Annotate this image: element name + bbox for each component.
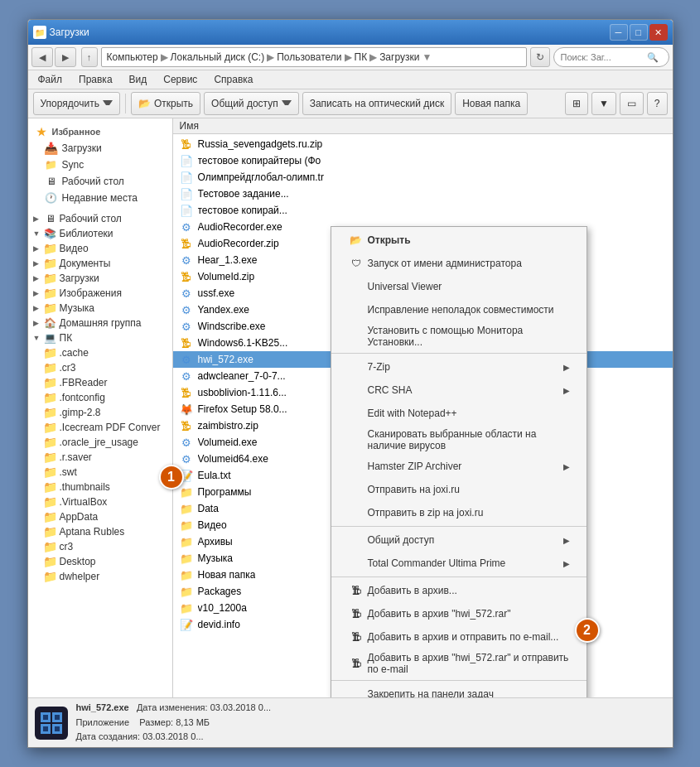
breadcrumb-part: ПК <box>355 51 368 63</box>
sidebar-tree-homegroup[interactable]: ▶ 🏠 Домашняя группа <box>28 316 172 330</box>
folder-icon: 📁 <box>44 480 57 494</box>
sidebar-tree-cr3[interactable]: 📁 .cr3 <box>28 360 172 375</box>
sidebar-tree-virtualbox[interactable]: 📁 .VirtualBox <box>28 494 172 509</box>
ctx-scan-virus[interactable]: Сканировать выбранные области на наличие… <box>331 425 587 455</box>
ctx-run-as-admin[interactable]: 🛡 Запуск от имени администратора <box>331 252 587 275</box>
minimize-button[interactable]: ─ <box>610 24 628 41</box>
burn-button[interactable]: Записать на оптический диск <box>302 92 452 115</box>
up-button[interactable]: ↑ <box>81 47 98 67</box>
sidebar-tree-cache[interactable]: 📁 .cache <box>28 345 172 360</box>
sidebar-tree-label: Библиотеки <box>60 228 113 239</box>
status-modified-value: 03.03.2018 0... <box>210 702 271 712</box>
view-button[interactable]: ⊞ <box>565 92 588 115</box>
ctx-pin-taskbar[interactable]: Закрепить на панели задач <box>331 683 587 697</box>
sidebar-tree-music[interactable]: ▶ 📁 Музыка <box>28 301 172 316</box>
folder-icon: 📁 <box>44 510 57 523</box>
share-button[interactable]: Общий доступ <box>204 92 299 115</box>
ctx-7zip[interactable]: 7-Zip ▶ <box>331 355 587 379</box>
view-dropdown-button[interactable]: ▼ <box>591 92 616 115</box>
open-button[interactable]: 📂 Открыть <box>131 92 200 115</box>
menu-help[interactable]: Справка <box>210 72 256 87</box>
ctx-crcsha[interactable]: CRC SHA ▶ <box>331 379 587 402</box>
sidebar-tree-appdata[interactable]: 📁 AppData <box>28 509 172 524</box>
ctx-universal-viewer[interactable]: Universal Viewer <box>331 275 587 298</box>
ctx-add-archive[interactable]: 🗜 Добавить в архив... <box>331 579 587 602</box>
organize-button[interactable]: Упорядочить <box>33 92 120 115</box>
file-item[interactable]: 📄 тестовое копирай... <box>173 202 673 219</box>
sidebar-item-downloads[interactable]: 📥 Загрузки <box>28 140 172 157</box>
sidebar-tree-desktop[interactable]: ▶ 🖥 Рабочий стол <box>28 211 172 226</box>
title-bar-left: 📁 Загрузки <box>33 26 89 39</box>
folder-icon: 📁 <box>180 552 193 565</box>
sidebar-tree-video[interactable]: ▶ 📁 Видео <box>28 241 172 256</box>
sidebar-tree-fbreader[interactable]: 📁 .FBReader <box>28 375 172 390</box>
sidebar-tree-label: .r.saver <box>60 451 92 463</box>
sidebar-tree-downloads2[interactable]: ▶ 📁 Загрузки <box>28 271 172 286</box>
back-button[interactable]: ◀ <box>31 47 53 67</box>
sidebar-item-desktop[interactable]: 🖥 Рабочий стол <box>28 173 172 190</box>
sidebar-tree-icecream[interactable]: 📁 .Icecream PDF Conver <box>28 420 172 435</box>
forward-button[interactable]: ▶ <box>55 47 76 67</box>
sidebar-item-recent[interactable]: 🕐 Недавние места <box>28 190 172 206</box>
sidebar-tree-thumbnails[interactable]: 📁 .thumbnails <box>28 480 172 494</box>
ctx-install-monitor[interactable]: Установить с помощью Монитора Установки.… <box>331 321 587 351</box>
file-name: v10_1200a <box>198 602 247 614</box>
sidebar-tree-pc[interactable]: ▼ 💻 ПК <box>28 330 172 345</box>
new-folder-button[interactable]: Новая папка <box>455 92 528 115</box>
sidebar-tree-libraries[interactable]: ▼ 📚 Библиотеки <box>28 226 172 241</box>
help-button[interactable]: ? <box>647 92 668 115</box>
menu-file[interactable]: Файл <box>35 72 66 87</box>
ctx-send-joxi[interactable]: Отправить на joxi.ru <box>331 478 587 501</box>
sidebar-tree-swt[interactable]: 📁 .swt <box>28 465 172 480</box>
status-created-value: 03.03.2018 0... <box>142 731 203 741</box>
sidebar-tree-label: AppData <box>60 511 99 523</box>
refresh-button[interactable]: ↻ <box>530 47 550 67</box>
sidebar-tree-label: Документы <box>60 258 111 269</box>
file-name: Видео <box>198 519 227 531</box>
ctx-compatibility[interactable]: Исправление неполадок совместимости <box>331 298 587 321</box>
toolbar: Упорядочить 📂 Открыть Общий доступ Запис… <box>28 89 673 118</box>
ctx-hamster[interactable]: Hamster ZIP Archiver ▶ <box>331 455 587 478</box>
ctx-add-email[interactable]: 🗜 Добавить в архив и отправить по e-mail… <box>331 625 587 649</box>
ctx-add-rar-email[interactable]: 🗜 Добавить в архив "hwi_572.rar" и отпра… <box>331 649 587 678</box>
sidebar-tree-label: Изображения <box>60 287 122 299</box>
sidebar-tree-images[interactable]: ▶ 📁 Изображения <box>28 286 172 301</box>
sidebar-tree-gimp[interactable]: 📁 .gimp-2.8 <box>28 405 172 420</box>
sidebar-tree-oracle[interactable]: 📁 .oracle_jre_usage <box>28 435 172 450</box>
address-breadcrumb[interactable]: Компьютер ▶ Локальный диск (C:) ▶ Пользо… <box>101 47 527 67</box>
pane-button[interactable]: ▭ <box>620 92 644 115</box>
submenu-arrow: ▶ <box>563 386 570 395</box>
ctx-total-commander[interactable]: Total Commander Ultima Prime ▶ <box>331 552 587 575</box>
sidebar-tree-docs[interactable]: ▶ 📁 Документы <box>28 256 172 271</box>
sidebar-tree-desktop2[interactable]: 📁 Desktop <box>28 554 172 569</box>
menu-tools[interactable]: Сервис <box>160 72 200 87</box>
file-item[interactable]: 🗜 Russia_sevengadgets.ru.zip <box>173 136 673 152</box>
sidebar-tree-label: ПК <box>60 332 73 344</box>
sidebar-tree-rsaver[interactable]: 📁 .r.saver <box>28 450 172 465</box>
close-button[interactable]: ✕ <box>649 24 668 41</box>
sidebar-item-sync[interactable]: 📁 Sync <box>28 157 172 173</box>
sidebar-tree-dwhelper[interactable]: 📁 dwhelper <box>28 569 172 584</box>
ctx-add-rar[interactable]: 🗜 Добавить в архив "hwi_572.rar" <box>331 602 587 625</box>
file-item[interactable]: 📄 тестовое копирайтеры (Фо <box>173 152 673 169</box>
breadcrumb-part: Загрузки <box>379 51 419 63</box>
maximize-button[interactable]: □ <box>630 24 648 41</box>
exe-icon: ⚙ <box>180 287 193 300</box>
folder-icon: 📁 <box>44 391 57 404</box>
ctx-share[interactable]: Общий доступ ▶ <box>331 528 587 552</box>
sidebar-favorites-header: ★ Избранное <box>28 123 172 140</box>
sidebar-tree-cr3-2[interactable]: 📁 cr3 <box>28 539 172 554</box>
search-box[interactable]: 🔍 <box>553 47 669 67</box>
menu-edit[interactable]: Правка <box>75 72 116 87</box>
submenu-arrow: ▶ <box>563 462 570 471</box>
ctx-send-zip-joxi[interactable]: Отправить в zip на joxi.ru <box>331 501 587 524</box>
file-item[interactable]: 📄 Олимпрейдглобал-олимп.tr <box>173 169 673 186</box>
menu-view[interactable]: Вид <box>126 72 151 87</box>
sidebar-tree-aptana[interactable]: 📁 Aptana Rubles <box>28 524 172 539</box>
ctx-open[interactable]: 📂 Открыть <box>331 229 587 252</box>
file-item[interactable]: 📄 Тестовое задание... <box>173 186 673 202</box>
sidebar-tree-fontconfig[interactable]: 📁 .fontconfig <box>28 390 172 405</box>
search-input[interactable] <box>561 52 644 62</box>
svg-rect-4 <box>43 715 48 720</box>
ctx-notepad[interactable]: Edit with Notepad++ <box>331 402 587 425</box>
